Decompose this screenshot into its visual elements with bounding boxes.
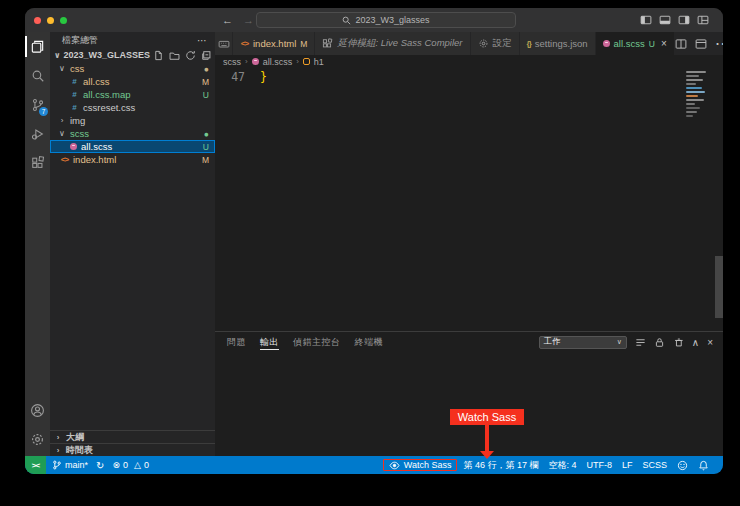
lock-scroll-icon[interactable]	[654, 337, 665, 348]
breadcrumb-item[interactable]: scss	[223, 57, 241, 67]
tab-settings[interactable]: 設定	[471, 32, 520, 55]
cursor-position-item[interactable]: 第 46 行，第 17 欄	[459, 459, 542, 472]
customize-layout-icon[interactable]	[697, 14, 709, 26]
project-root-row[interactable]: ∨ 2023_W3_GLASSES	[50, 48, 215, 62]
sidebar-more-actions-icon[interactable]: ⋯	[197, 35, 207, 46]
more-actions-icon[interactable]: ⋯	[715, 34, 723, 53]
outline-section-label: 大綱	[66, 431, 84, 444]
tree-row-all-scss-selected[interactable]: all.scss U	[50, 140, 215, 153]
sync-changes-item[interactable]: ↻	[92, 460, 108, 471]
close-panel-icon[interactable]: ×	[707, 337, 713, 348]
maximize-panel-icon[interactable]: ∧	[692, 337, 699, 348]
maximize-window-button[interactable]	[60, 17, 67, 24]
feedback-item[interactable]	[673, 460, 692, 471]
code-line-47: 47 }	[215, 68, 723, 84]
tab-keyboard-shortcuts-partial[interactable]	[215, 32, 233, 55]
json-file-icon: {}	[527, 39, 531, 48]
tab-git-badge: M	[300, 39, 307, 49]
timeline-section-header[interactable]: › 時間表	[50, 443, 215, 456]
activity-bar: 7	[25, 32, 50, 456]
folder-label: css	[70, 63, 84, 74]
tree-row-folder-css[interactable]: ∨ css ●	[50, 62, 215, 75]
new-file-icon[interactable]	[153, 50, 164, 61]
warnings-icon: △	[134, 460, 141, 470]
tree-row-index-html[interactable]: <> index.html M	[50, 153, 215, 166]
chevron-down-icon: ∨	[617, 338, 622, 346]
html-file-icon: <>	[240, 39, 249, 48]
sass-file-icon	[70, 143, 77, 150]
editor-layout-icon[interactable]	[695, 38, 707, 50]
source-control-icon[interactable]: 7	[25, 90, 50, 119]
minimap[interactable]	[686, 71, 713, 117]
nav-forward-icon[interactable]: →	[243, 14, 254, 26]
refresh-icon[interactable]	[185, 50, 196, 61]
search-view-icon[interactable]	[25, 61, 50, 90]
clear-output-icon[interactable]	[673, 337, 684, 348]
split-editor-icon[interactable]	[675, 38, 687, 50]
output-channel-dropdown[interactable]: 工作 ∨	[539, 336, 627, 349]
close-window-button[interactable]	[34, 17, 41, 24]
search-icon	[342, 16, 351, 25]
git-branch-item[interactable]: main*	[48, 460, 92, 470]
tree-row-all-css[interactable]: # all.css M	[50, 75, 215, 88]
screenshot-canvas: ← → 2023_W3_glasses	[0, 0, 740, 506]
tree-row-all-css-map[interactable]: # all.css.map U	[50, 88, 215, 101]
bell-icon	[698, 460, 709, 471]
editor-scrollbar[interactable]	[715, 256, 723, 318]
explorer-icon[interactable]	[25, 32, 50, 61]
tab-extension-live-sass-compiler[interactable]: 延伸模組: Live Sass Compiler	[315, 32, 470, 55]
panel-tab-output[interactable]: 輸出	[260, 332, 279, 352]
indentation-item[interactable]: 空格: 4	[544, 459, 580, 472]
panel-tab-terminal[interactable]: 終端機	[355, 332, 384, 352]
tab-index-html[interactable]: <> index.html M	[233, 32, 315, 55]
panel-tab-problems[interactable]: 問題	[227, 332, 246, 352]
toggle-secondary-sidebar-icon[interactable]	[678, 14, 690, 26]
breadcrumb-item[interactable]: all.scss	[263, 57, 293, 67]
file-label: cssreset.css	[83, 102, 135, 113]
title-bar: ← → 2023_W3_glasses	[25, 8, 723, 32]
encoding-item[interactable]: UTF-8	[582, 460, 616, 470]
line-number: 47	[215, 70, 245, 84]
eol-item[interactable]: LF	[618, 460, 637, 470]
outline-section-header[interactable]: › 大綱	[50, 430, 215, 443]
editor-area: <> index.html M 延伸模組: Live Sass Compiler…	[215, 32, 723, 456]
tree-row-cssreset-css[interactable]: # cssreset.css	[50, 101, 215, 114]
extensions-icon	[322, 38, 333, 49]
settings-gear-icon[interactable]	[25, 425, 50, 454]
close-tab-icon[interactable]: ×	[661, 38, 667, 49]
minimize-window-button[interactable]	[47, 17, 54, 24]
gear-icon	[478, 38, 489, 49]
css-file-icon: #	[70, 77, 79, 86]
language-mode-item[interactable]: SCSS	[638, 460, 671, 470]
git-badge: U	[203, 90, 209, 100]
code-editor[interactable]: 47 }	[215, 68, 723, 331]
symbol-class-icon	[303, 58, 310, 65]
run-debug-icon[interactable]	[25, 119, 50, 148]
nav-back-icon[interactable]: ←	[222, 14, 233, 26]
tab-settings-json[interactable]: {} settings.json	[520, 32, 596, 55]
breadcrumb: scss › all.scss › h1	[215, 55, 723, 68]
toggle-panel-icon[interactable]	[659, 14, 671, 26]
remote-indicator[interactable]: ><	[25, 456, 46, 474]
annotation-arrow-head	[480, 451, 494, 459]
file-label: all.css.map	[83, 89, 131, 100]
collapse-folders-icon[interactable]	[201, 50, 212, 61]
open-log-icon[interactable]	[635, 337, 646, 348]
breadcrumb-item[interactable]: h1	[314, 57, 324, 67]
problems-item[interactable]: ⊗ 0 △ 0	[108, 460, 153, 470]
folder-label: img	[70, 115, 85, 126]
watch-sass-button[interactable]: Watch Sass	[383, 459, 458, 471]
account-icon[interactable]	[25, 396, 50, 425]
toggle-sidebar-icon[interactable]	[640, 14, 652, 26]
tab-all-scss-active[interactable]: all.scss U ×	[596, 32, 675, 55]
tree-row-folder-scss[interactable]: ∨ scss ●	[50, 127, 215, 140]
new-folder-icon[interactable]	[169, 50, 180, 61]
panel-tab-debug-console[interactable]: 偵錯主控台	[293, 332, 341, 352]
extensions-icon[interactable]	[25, 148, 50, 177]
tree-row-folder-img[interactable]: › img	[50, 114, 215, 127]
command-center-search[interactable]: 2023_W3_glasses	[256, 12, 516, 28]
css-file-icon: #	[70, 90, 79, 99]
sass-icon	[252, 58, 259, 65]
notifications-item[interactable]	[694, 460, 713, 471]
feedback-smiley-icon	[677, 460, 688, 471]
